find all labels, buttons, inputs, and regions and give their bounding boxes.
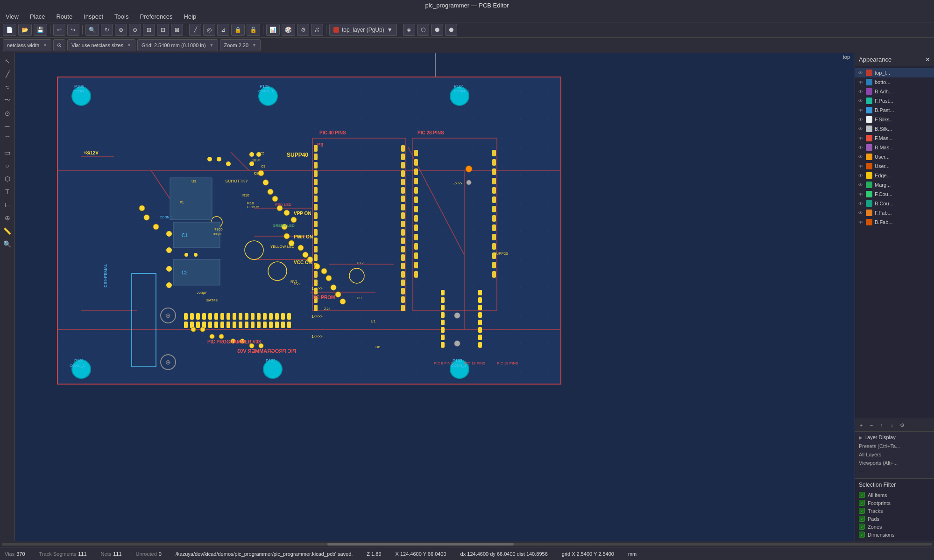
layer-eye-badh[interactable]: 👁 [858, 89, 863, 94]
layer-row-bsilk[interactable]: 👁 B.Silk... [855, 124, 934, 133]
filter-row-all[interactable]: All items [859, 491, 930, 499]
zoom-out-button[interactable]: ⊖ [129, 24, 141, 36]
zoom-custom-button[interactable]: ⊟ [157, 24, 169, 36]
filter-checkbox-zones[interactable] [859, 524, 865, 530]
zoom-selector[interactable]: Zoom 2.20 ▼ [220, 39, 261, 51]
layer-row-fcou[interactable]: 👁 F.Cou... [855, 189, 934, 199]
layer-settings-button[interactable]: ⚙ [897, 420, 907, 430]
presets-label[interactable]: Presets (Ctrl+Ta... [859, 442, 930, 450]
move-down-button[interactable]: ↓ [887, 420, 897, 430]
route-track-tool[interactable]: ╱ [1, 68, 14, 80]
layer-eye-bottom[interactable]: 👁 [858, 79, 863, 85]
menu-help[interactable]: Help [182, 12, 198, 21]
layer-eye-bfab[interactable]: 👁 [858, 219, 863, 225]
layer-eye-bcou[interactable]: 👁 [858, 201, 863, 206]
open-button[interactable]: 📂 [18, 24, 32, 36]
unlock-button[interactable]: 🔓 [247, 24, 260, 36]
layer-row-user2[interactable]: 👁 User... [855, 161, 934, 171]
save-button[interactable]: 💾 [34, 24, 47, 36]
layer-row-badh[interactable]: 👁 B.Adh... [855, 87, 934, 96]
draw-arc-tool[interactable]: ⌒ [1, 133, 14, 146]
layer-row-marg[interactable]: 👁 Marg... [855, 180, 934, 189]
filter-row-pads[interactable]: Pads [859, 515, 930, 523]
layer-eye-ffab[interactable]: 👁 [858, 210, 863, 216]
add-dim-tool[interactable]: ⊢ [1, 199, 14, 211]
highlight-button[interactable]: ◈ [403, 24, 415, 36]
layer-eye-bmask[interactable]: 👁 [858, 145, 863, 150]
route-button[interactable]: ╱ [189, 24, 201, 36]
layer-eye-fpast[interactable]: 👁 [858, 98, 863, 104]
via-selector[interactable]: Via: use netclass sizes ▼ [67, 39, 135, 51]
undo-button[interactable]: ↩ [53, 24, 65, 36]
layer-row-top[interactable]: 👁 top_l... [855, 68, 934, 77]
menu-tools[interactable]: Tools [113, 12, 130, 21]
extra-button2[interactable]: ⬣ [445, 24, 457, 36]
filter-row-tracks[interactable]: Tracks [859, 507, 930, 515]
layer-eye-user1[interactable]: 👁 [858, 154, 863, 160]
layer-eye-fsilk[interactable]: 👁 [858, 117, 863, 122]
refresh-button[interactable]: ↻ [101, 24, 113, 36]
filter-checkbox-all[interactable] [859, 492, 865, 498]
menu-route[interactable]: Route [54, 12, 74, 21]
tune-track-tool[interactable]: 〜 [1, 94, 14, 106]
layer-eye-edge[interactable]: 👁 [858, 173, 863, 178]
layer-row-fmask[interactable]: 👁 F.Mas... [855, 133, 934, 143]
layer-row-ffab[interactable]: 👁 F.Fab... [855, 208, 934, 217]
zoom-in-button[interactable]: ⊕ [115, 24, 127, 36]
layer-row-bottom[interactable]: 👁 botto... [855, 77, 934, 87]
search-button[interactable]: 🔍 [85, 24, 99, 36]
layer-eye-fcou[interactable]: 👁 [858, 191, 863, 197]
extra-button1[interactable]: ⬢ [431, 24, 443, 36]
draw-rect-tool[interactable]: ▭ [1, 147, 14, 159]
layer-eye-bpast[interactable]: 👁 [858, 107, 863, 113]
zoom-fit-button[interactable]: ⊞ [143, 24, 155, 36]
move-up-button[interactable]: ↑ [877, 420, 887, 430]
draw-circle-tool[interactable]: ○ [1, 160, 14, 172]
zoom-reset-button[interactable]: ⊠ [171, 24, 183, 36]
filter-row-dims[interactable]: Dimensions [859, 531, 930, 539]
pcb-board[interactable]: ⊕ ⊕ C1 C2 SCHOTTKY LT1575 RED-LED GREEN-… [57, 77, 561, 385]
layer-eye-bsilk[interactable]: 👁 [858, 126, 863, 132]
pcb-canvas[interactable]: top [15, 53, 855, 541]
layer-row-bpast[interactable]: 👁 B.Past... [855, 105, 934, 115]
layer-row-bcou[interactable]: 👁 B.Cou... [855, 199, 934, 208]
cursor-tool[interactable]: ↖ [1, 55, 14, 67]
filter-row-zones[interactable]: Zones [859, 523, 930, 531]
filter-row-footprints[interactable]: Footprints [859, 499, 930, 507]
via-icon-button[interactable]: ⊙ [53, 39, 65, 51]
close-panel-button[interactable]: ✕ [925, 56, 930, 63]
add-footprint-tool[interactable]: ⊕ [1, 212, 14, 224]
netclass-selector[interactable]: netclass width ▼ [3, 39, 51, 51]
all-layers-label[interactable]: All Layers [859, 450, 930, 459]
viewports-label[interactable]: Viewports (Alt+... [859, 459, 930, 467]
filter-checkbox-footprints[interactable] [859, 500, 865, 506]
layer-display-header[interactable]: ▶ Layer Display [859, 434, 930, 440]
menu-place[interactable]: Place [28, 12, 47, 21]
route-diff-tool[interactable]: ≈ [1, 81, 14, 93]
plot-button[interactable]: 🖨 [311, 24, 323, 36]
draw-poly-tool[interactable]: ⬡ [1, 173, 14, 185]
new-button[interactable]: 📄 [3, 24, 16, 36]
net-inspect-button[interactable]: ⬡ [417, 24, 429, 36]
3d-button[interactable]: 🎲 [282, 24, 295, 36]
scrollbar-thumb[interactable] [327, 543, 513, 546]
remove-layer-button[interactable]: − [866, 420, 877, 430]
redo-button[interactable]: ↪ [67, 24, 79, 36]
layer-row-edge[interactable]: 👁 Edge... [855, 171, 934, 180]
layer-row-fsilk[interactable]: 👁 F.Silks... [855, 115, 934, 124]
inspect-tool[interactable]: 🔍 [1, 238, 14, 250]
menu-preferences[interactable]: Preferences [138, 12, 174, 21]
layer-row-bfab[interactable]: 👁 B.Fab... [855, 217, 934, 227]
filter-checkbox-pads[interactable] [859, 516, 865, 522]
drc-button[interactable]: ⚙ [297, 24, 309, 36]
filter-checkbox-tracks[interactable] [859, 508, 865, 514]
scrollbar-track[interactable] [2, 543, 932, 546]
grid-selector[interactable]: Grid: 2.5400 mm (0.1000 in) ▼ [137, 39, 218, 51]
layer-eye-fmask[interactable]: 👁 [858, 135, 863, 141]
via-button[interactable]: ◎ [203, 24, 215, 36]
layer-row-bmask[interactable]: 👁 B.Mas... [855, 143, 934, 152]
layer-eye-top[interactable]: 👁 [858, 70, 863, 76]
layer-row-fpast[interactable]: 👁 F.Past... [855, 96, 934, 105]
menu-inspect[interactable]: Inspect [82, 12, 105, 21]
menu-view[interactable]: View [4, 12, 21, 21]
